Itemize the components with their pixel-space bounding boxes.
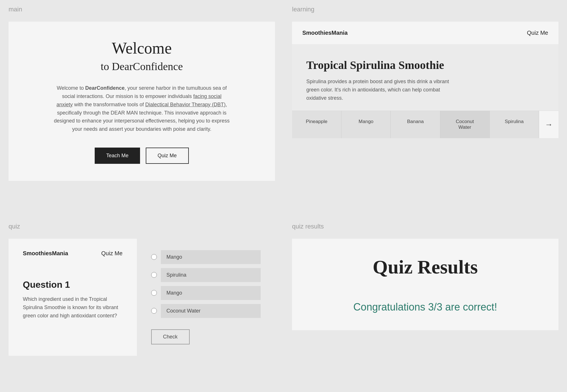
main-quadrant: Welcome to DearConfidence Welcome to Dea… (0, 16, 284, 189)
quiz-label: quiz (0, 217, 284, 233)
ingredients-bar: Pineapple Mango Banana CoconutWater Spir… (292, 111, 558, 138)
main-buttons: Teach Me Quiz Me (95, 148, 189, 164)
arrow-icon[interactable]: → (539, 111, 558, 138)
learning-brand: SmoothiesMania (302, 30, 348, 36)
welcome-body: Welcome to DearConfidence, your serene h… (53, 84, 230, 133)
ingredient-coconut-water[interactable]: CoconutWater (440, 111, 490, 138)
quiz-results-section: quiz results Quiz Results Congratulation… (284, 217, 567, 392)
quiz-header: SmoothiesMania Quiz Me (23, 250, 123, 257)
smoothie-title: Tropical Spirulina Smoothie (306, 58, 544, 72)
teach-me-button[interactable]: Teach Me (95, 148, 140, 164)
smoothie-description: Spirulina provides a protein boost and g… (306, 77, 455, 102)
quiz-option-label-2[interactable]: Spirulina (161, 268, 261, 282)
check-button[interactable]: Check (151, 329, 190, 344)
quiz-options: Mango Spirulina Mango Coconut Water (151, 250, 261, 318)
quiz-quadrant: SmoothiesMania Quiz Me Question 1 Which … (0, 233, 284, 364)
quiz-option-label-1[interactable]: Mango (161, 250, 261, 264)
radio-option-2[interactable] (151, 272, 157, 278)
quiz-right-panel: Mango Spirulina Mango Coconut Water (137, 239, 275, 356)
dbt-link[interactable]: Dialectical Behavior Therapy (DBT) (145, 102, 226, 107)
learning-quadrant: SmoothiesMania Quiz Me Tropical Spirulin… (284, 16, 567, 147)
learning-header: SmoothiesMania Quiz Me (292, 22, 558, 44)
radio-option-1[interactable] (151, 254, 157, 260)
learning-card: SmoothiesMania Quiz Me Tropical Spirulin… (292, 22, 558, 138)
quiz-option-3[interactable]: Mango (151, 286, 261, 300)
results-quadrant: Quiz Results Congratulations 3/3 are cor… (284, 233, 567, 339)
welcome-title: Welcome (112, 39, 172, 58)
welcome-subtitle: to DearConfidence (101, 60, 183, 73)
learning-quiz-me-link[interactable]: Quiz Me (527, 30, 548, 36)
learning-label: learning (284, 0, 567, 16)
results-title: Quiz Results (373, 256, 478, 278)
quiz-card: SmoothiesMania Quiz Me Question 1 Which … (9, 239, 275, 356)
quiz-option-label-3[interactable]: Mango (161, 286, 261, 300)
ingredient-banana[interactable]: Banana (391, 111, 440, 138)
question-number: Question 1 (23, 279, 123, 290)
quiz-left-panel: SmoothiesMania Quiz Me Question 1 Which … (9, 239, 137, 356)
question-text: Which ingredient used in the Tropical Sp… (23, 295, 120, 320)
ingredient-spirulina[interactable]: Spirulina (490, 111, 539, 138)
quiz-option-label-4[interactable]: Coconut Water (161, 304, 261, 318)
ingredient-mango[interactable]: Mango (341, 111, 391, 138)
learning-content: Tropical Spirulina Smoothie Spirulina pr… (292, 44, 558, 111)
quiz-option-1[interactable]: Mango (151, 250, 261, 264)
quiz-me-link[interactable]: Quiz Me (101, 250, 122, 257)
congratulations-text: Congratulations 3/3 are correct! (353, 301, 497, 313)
quiz-option-2[interactable]: Spirulina (151, 268, 261, 282)
main-card: Welcome to DearConfidence Welcome to Dea… (9, 22, 275, 181)
quiz-brand: SmoothiesMania (23, 250, 68, 257)
ingredient-pineapple[interactable]: Pineapple (292, 111, 341, 138)
quiz-section: quiz SmoothiesMania Quiz Me Question 1 W… (0, 217, 284, 392)
main-label: main (0, 0, 284, 16)
quiz-results-label: quiz results (284, 217, 567, 233)
radio-option-4[interactable] (151, 308, 157, 314)
quiz-option-4[interactable]: Coconut Water (151, 304, 261, 318)
learning-section: learning SmoothiesMania Quiz Me Tropical… (284, 0, 567, 217)
main-section: main Welcome to DearConfidence Welcome t… (0, 0, 284, 217)
radio-option-3[interactable] (151, 290, 157, 296)
results-card: Quiz Results Congratulations 3/3 are cor… (292, 239, 558, 330)
quiz-me-button-main[interactable]: Quiz Me (146, 148, 189, 164)
